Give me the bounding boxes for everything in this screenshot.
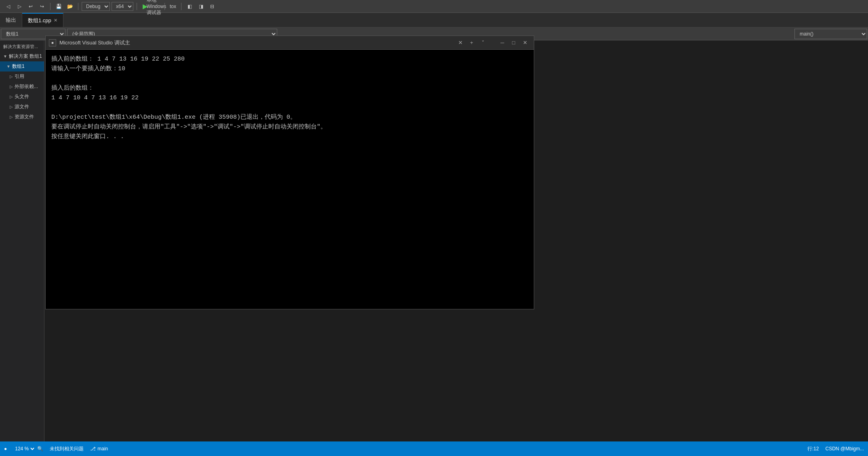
sep4 — [164, 3, 165, 10]
console-more-btn[interactable]: ˅ — [477, 37, 489, 48]
sidebar-item-resources[interactable]: ▷ 资源文件 — [0, 112, 44, 122]
back-btn[interactable]: ◁ — [3, 2, 13, 11]
undo-btn[interactable]: ↩ — [26, 2, 36, 11]
redo-btn[interactable]: ↪ — [37, 2, 47, 11]
headers-arrow: ▷ — [10, 95, 13, 99]
tab-cpp-close[interactable]: ✕ — [54, 18, 57, 23]
debug-dropdown[interactable]: Debug — [82, 2, 110, 11]
sidebar-headers-label: 头文件 — [15, 93, 29, 100]
console-line-2: 请输入一个要插入的数：10 — [51, 64, 528, 74]
sidebar-item-sources[interactable]: ▷ 源文件 — [0, 102, 44, 112]
arch-dropdown[interactable]: x64 — [112, 2, 133, 11]
console-add-btn[interactable]: + — [466, 37, 477, 48]
file-tab-bar: 输出 数组1.cpp ✕ — [0, 13, 868, 27]
console-line-6 — [51, 103, 528, 113]
top-toolbar: ◁ ▷ ↩ ↪ 💾 📂 Debug x64 ▶ 本地 Windows 调试器 t… — [0, 0, 868, 13]
sidebar: 解决方案资源管... ▼ 解决方案 数组1 ▼ 数组1 ▷ 引用 ▷ 外部依赖.… — [0, 40, 44, 441]
sidebar-title-label: 解决方案资源管... — [3, 44, 38, 50]
sidebar-project-label: 数组1 — [12, 63, 25, 70]
tab-cpp-label: 数组1.cpp — [28, 17, 51, 24]
sidebar-item-headers[interactable]: ▷ 头文件 — [0, 92, 44, 102]
sidebar-item-solution[interactable]: ▼ 解决方案 数组1 — [0, 51, 44, 61]
tox-btn[interactable]: tox — [168, 2, 178, 11]
sidebar-item-external[interactable]: ▷ 外部依赖... — [0, 82, 44, 92]
status-circle-icon: ● — [4, 446, 7, 452]
solution-arrow: ▼ — [3, 54, 7, 59]
func-dropdown[interactable]: main() — [794, 29, 867, 39]
zoom-select[interactable]: 124 % — [13, 445, 36, 452]
sep5 — [181, 3, 181, 10]
branding-label: CSDN @Mbigm... — [825, 446, 864, 452]
sources-arrow: ▷ — [10, 105, 13, 109]
resources-arrow: ▷ — [10, 115, 13, 119]
sidebar-item-refs[interactable]: ▷ 引用 — [0, 71, 44, 82]
row-label: 行:12 — [807, 445, 819, 452]
console-app-icon: ■ — [49, 39, 56, 46]
misc-btn2[interactable]: ◨ — [196, 2, 206, 11]
git-icon: ⎇ — [90, 446, 96, 452]
status-bar: ● 124 % 🔍 未找到相关问题 ⎇ main 行:12 CSDN @Mbig… — [0, 441, 868, 456]
zoom-item[interactable]: 124 % 🔍 — [13, 445, 43, 452]
console-line-1: 插入前的数组： 1 4 7 13 16 19 22 25 280 — [51, 55, 528, 64]
console-line-5: 1 4 7 10 4 7 13 16 19 22 — [51, 93, 528, 103]
console-close-btn[interactable]: ✕ — [519, 37, 531, 48]
refs-arrow: ▷ — [10, 74, 13, 79]
console-line-4: 插入后的数组： — [51, 84, 528, 93]
sidebar-item-project[interactable]: ▼ 数组1 — [0, 61, 44, 71]
git-label: main — [97, 446, 108, 452]
project-arrow: ▼ — [6, 64, 11, 69]
tox-label: tox — [170, 4, 176, 9]
git-item[interactable]: ⎇ main — [90, 446, 108, 452]
console-maximize-btn[interactable]: □ — [508, 37, 519, 48]
console-close-tab-btn[interactable]: ✕ — [455, 37, 466, 48]
tab-cpp[interactable]: 数组1.cpp ✕ — [22, 13, 63, 27]
status-problem-label: 未找到相关问题 — [50, 445, 84, 452]
status-icon-item: ● — [4, 446, 7, 452]
external-arrow: ▷ — [10, 84, 13, 89]
console-line-9: 按任意键关闭此窗口. . . — [51, 132, 528, 142]
sidebar-solution-label: 解决方案 数组1 — [9, 53, 42, 60]
console-line-8: 要在调试停止时自动关闭控制台，请启用"工具"->"选项"->"调试"->"调试停… — [51, 122, 528, 132]
sidebar-external-label: 外部依赖... — [15, 83, 38, 90]
sidebar-resources-label: 资源文件 — [15, 113, 34, 120]
forward-btn[interactable]: ▷ — [15, 2, 24, 11]
console-body[interactable]: 插入前的数组： 1 4 7 13 16 19 22 25 280 请输入一个要插… — [46, 50, 534, 309]
sidebar-refs-label: 引用 — [15, 73, 24, 80]
misc-btn1[interactable]: ◧ — [185, 2, 194, 11]
tab-output-label: 输出 — [6, 17, 16, 24]
console-minimize-btn[interactable]: ─ — [497, 37, 508, 48]
sidebar-title: 解决方案资源管... — [0, 42, 44, 51]
console-titlebar: ■ Microsoft Visual Studio 调试主 ✕ + ˅ ─ □ … — [46, 36, 534, 50]
sep1 — [50, 3, 51, 10]
console-line-7: D:\project\test\数组1\x64\Debug\数组1.exe (进… — [51, 113, 528, 122]
sep3 — [137, 3, 137, 10]
console-line-3 — [51, 74, 528, 84]
sep2 — [78, 3, 78, 10]
status-problem-item: 未找到相关问题 — [50, 445, 84, 452]
console-title-text: Microsoft Visual Studio 调试主 — [59, 39, 455, 46]
sidebar-sources-label: 源文件 — [15, 103, 29, 110]
console-window: ■ Microsoft Visual Studio 调试主 ✕ + ˅ ─ □ … — [45, 36, 534, 309]
open-btn[interactable]: 📂 — [65, 2, 75, 11]
run-label: 本地 Windows 调试器 — [152, 2, 161, 11]
tab-output[interactable]: 输出 — [0, 13, 22, 27]
zoom-icon: 🔍 — [37, 446, 43, 452]
save-btn[interactable]: 💾 — [54, 2, 63, 11]
console-icon-symbol: ■ — [51, 41, 53, 45]
status-right: 行:12 CSDN @Mbigm... — [807, 445, 864, 452]
misc-btn3[interactable]: ⊟ — [207, 2, 217, 11]
